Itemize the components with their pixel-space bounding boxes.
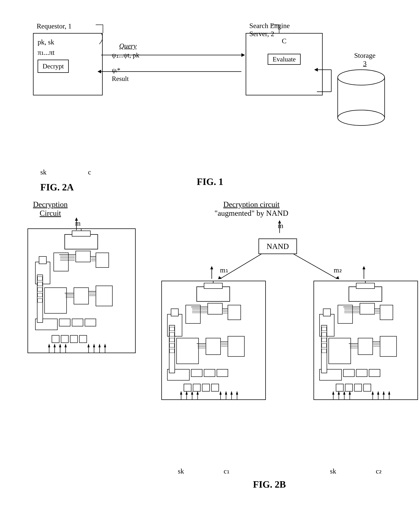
svg-rect-96 [206,338,221,355]
svg-rect-160 [356,369,367,377]
requestor-box: pk, sk π₁...πt Decrypt [33,33,103,95]
query-arrow-text: ψ₁...ψt, pk [112,51,139,59]
svg-rect-49 [38,277,42,280]
svg-marker-189 [372,391,374,395]
m2-label: m₂ [334,266,342,274]
svg-marker-55 [48,343,50,347]
svg-marker-197 [362,266,365,269]
svg-rect-111 [193,384,200,391]
svg-rect-53 [38,299,42,302]
storage-cylinder [337,68,385,127]
svg-marker-59 [59,343,61,347]
svg-marker-191 [377,391,379,395]
svg-rect-155 [329,338,351,364]
svg-rect-46 [70,335,78,343]
sk-label-2b-right: sk [330,467,336,475]
svg-point-0 [338,70,385,85]
svg-rect-113 [211,384,219,391]
svg-rect-97 [228,336,244,357]
svg-marker-121 [180,391,182,395]
svg-line-76 [294,254,337,279]
svg-rect-119 [170,349,174,353]
svg-rect-157 [380,336,397,357]
decryption-augmented-label: Decryption circuit "augmented" by NAND [215,200,288,218]
fig1-title: FIG. 1 [197,176,223,187]
svg-rect-175 [322,327,327,331]
m-arrow-2a [71,217,82,232]
storage-number: 3 [337,60,392,68]
svg-rect-19 [39,256,46,264]
svg-rect-115 [170,327,174,331]
search-engine-box: C Evaluate [246,33,323,95]
svg-rect-31 [96,286,112,306]
svg-rect-30 [74,288,89,304]
svg-marker-65 [93,343,95,347]
circuit-box-2b-left [161,281,266,400]
svg-rect-34 [72,319,83,326]
svg-marker-73 [278,220,281,223]
svg-rect-85 [171,309,178,316]
svg-marker-195 [388,391,390,395]
svg-rect-29 [45,288,67,313]
svg-rect-51 [38,288,42,291]
svg-rect-170 [336,384,343,391]
svg-marker-63 [87,343,90,347]
c-label-2a: c [88,168,91,176]
c-label: C [250,37,318,45]
storage-label: Storage [337,51,392,60]
evaluate-box: Evaluate [268,54,301,65]
svg-rect-141 [338,305,352,323]
fig2b-section: Decryption circuit "augmented" by NAND m… [154,200,420,497]
svg-rect-101 [217,369,228,377]
svg-rect-156 [358,338,373,355]
storage-container: Storage 3 [337,51,392,128]
c2-label-2b: c₂ [376,467,382,475]
svg-rect-112 [202,384,210,391]
svg-rect-15 [54,253,68,271]
psi-result-label: ψᵢ* [112,66,120,74]
svg-rect-145 [323,309,330,316]
svg-rect-44 [52,335,59,343]
svg-marker-57 [53,343,56,347]
svg-rect-82 [208,303,222,314]
page: Requestor, 1 pk, sk π₁...πt Decrypt Quer… [0,0,420,519]
svg-marker-75 [218,276,222,279]
svg-marker-77 [336,276,339,279]
query-label: Query [119,42,137,50]
svg-marker-133 [230,391,233,395]
fig1-container: Requestor, 1 pk, sk π₁...πt Decrypt Quer… [22,15,398,189]
svg-rect-12 [65,235,98,249]
m1-arrow [206,266,217,281]
svg-rect-17 [96,253,109,267]
requestor-content: pk, sk π₁...πt Decrypt [34,34,102,76]
svg-marker-181 [332,391,334,395]
circuit-box-2b-right [314,281,418,400]
fig2a-title: FIG. 2A [40,182,74,193]
fig2-container: Decryption Circuit m [22,200,398,497]
svg-rect-81 [186,305,200,323]
decryption-circuit-label: Decryption Circuit [33,200,68,218]
circuit-internals-2b-left [162,281,266,400]
fig2b-title: FIG. 2B [253,479,286,490]
svg-marker-69 [104,343,106,347]
svg-rect-78 [197,287,230,301]
svg-marker-61 [65,343,67,347]
svg-marker-193 [382,391,385,395]
decrypt-box: Decrypt [38,60,69,73]
svg-rect-50 [38,282,42,286]
svg-rect-110 [184,384,191,391]
svg-rect-79 [204,283,222,289]
svg-marker-67 [98,343,101,347]
svg-rect-177 [322,338,327,342]
svg-marker-129 [219,391,222,395]
svg-marker-5 [241,53,245,57]
svg-marker-137 [210,266,213,269]
svg-rect-176 [322,333,327,336]
svg-rect-95 [177,338,199,364]
svg-rect-171 [345,384,352,391]
svg-marker-131 [225,391,227,395]
svg-rect-52 [38,293,42,297]
svg-rect-143 [380,305,393,320]
requestor-label: Requestor, 1 [37,22,72,30]
pk-sk-label: pk, sk [38,37,98,47]
